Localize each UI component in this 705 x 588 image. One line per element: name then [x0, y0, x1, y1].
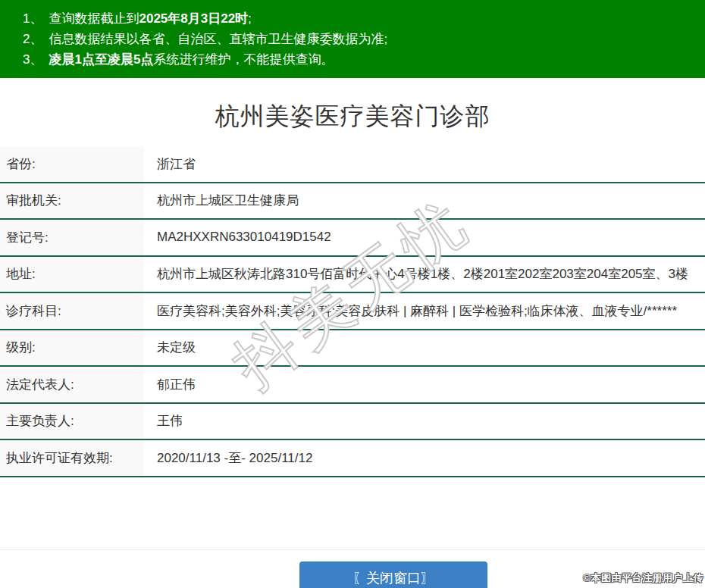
query-result-page: 1、查询数据截止到2025年8月3日22时; 2、信息数据结果以各省、自治区、直…	[0, 0, 705, 588]
notice-line-1-text: 查询数据截止到	[49, 11, 139, 26]
row-value: 杭州市上城区卫生健康局	[144, 192, 705, 209]
row-value: 医疗美容科;美容外科;美容牙科;美容皮肤科 | 麻醉科 | 医学检验科;临床体液…	[144, 302, 705, 320]
notice-line-2-number: 2、	[23, 32, 42, 46]
notice-line-3: 3、凌晨1点至凌晨5点系统进行维护，不能提供查询。	[0, 49, 705, 70]
notice-line-1-number: 1、	[23, 11, 42, 26]
notice-banner: 1、查询数据截止到2025年8月3日22时; 2、信息数据结果以各省、自治区、直…	[0, 0, 705, 78]
copyright-watermark: ©本图由平台注册用户上传	[583, 571, 703, 585]
notice-line-3-number: 3、	[23, 52, 42, 67]
row-label: 执业许可证有效期:	[0, 440, 144, 476]
table-row-registration-number: 登记号: MA2HXXRN633010419D1542	[0, 220, 705, 257]
row-label: 地址:	[0, 257, 144, 292]
notice-line-3-tail: 系统进行维护，不能提供查询。	[153, 52, 334, 67]
row-label: 主要负责人:	[0, 404, 144, 439]
table-row-medical-subjects: 诊疗科目: 医疗美容科;美容外科;美容牙科;美容皮肤科 | 麻醉科 | 医学检验…	[0, 293, 705, 330]
table-row-person-in-charge: 主要负责人: 王伟	[0, 404, 705, 441]
row-value: 2020/11/13 -至- 2025/11/12	[144, 449, 705, 467]
notice-line-1-bold: 2025年8月3日22时	[139, 11, 248, 26]
close-window-button[interactable]: 〖关闭窗口〗	[299, 561, 487, 588]
table-row-level: 级别: 未定级	[0, 330, 705, 368]
institution-info-table: 省份: 浙江省 审批机关: 杭州市上城区卫生健康局 登记号: MA2HXXRN6…	[0, 146, 705, 477]
notice-line-2-text: 信息数据结果以各省、自治区、直辖市卫生健康委数据为准;	[49, 32, 387, 46]
row-label: 诊疗科目:	[0, 293, 144, 329]
row-value: 浙江省	[144, 155, 705, 173]
row-value: 未定级	[144, 339, 705, 356]
footer-divider	[0, 549, 705, 550]
row-value: MA2HXXRN633010419D1542	[144, 230, 705, 245]
table-row-address: 地址: 杭州市上城区秋涛北路310号佰富时代中心4号楼1楼、2楼201室202室…	[0, 257, 705, 294]
row-value: 郁正伟	[144, 376, 705, 393]
row-value: 王伟	[144, 412, 705, 430]
notice-line-2: 2、信息数据结果以各省、自治区、直辖市卫生健康委数据为准;	[0, 29, 705, 49]
notice-line-1: 1、查询数据截止到2025年8月3日22时;	[0, 8, 705, 29]
row-label: 登记号:	[0, 220, 144, 255]
row-label: 省份:	[0, 146, 144, 182]
table-row-province: 省份: 浙江省	[0, 146, 705, 183]
row-value: 杭州市上城区秋涛北路310号佰富时代中心4号楼1楼、2楼201室202室203室…	[144, 265, 705, 283]
table-row-legal-representative: 法定代表人: 郁正伟	[0, 367, 705, 404]
institution-title: 杭州美姿医疗美容门诊部	[0, 100, 705, 133]
notice-line-1-tail: ;	[248, 11, 252, 26]
row-label: 级别:	[0, 330, 144, 366]
notice-line-3-bold: 凌晨1点至凌晨5点	[49, 52, 153, 67]
row-label: 法定代表人:	[0, 367, 144, 402]
table-row-license-validity: 执业许可证有效期: 2020/11/13 -至- 2025/11/12	[0, 440, 705, 477]
row-label: 审批机关:	[0, 183, 144, 219]
table-row-approval-authority: 审批机关: 杭州市上城区卫生健康局	[0, 183, 705, 220]
